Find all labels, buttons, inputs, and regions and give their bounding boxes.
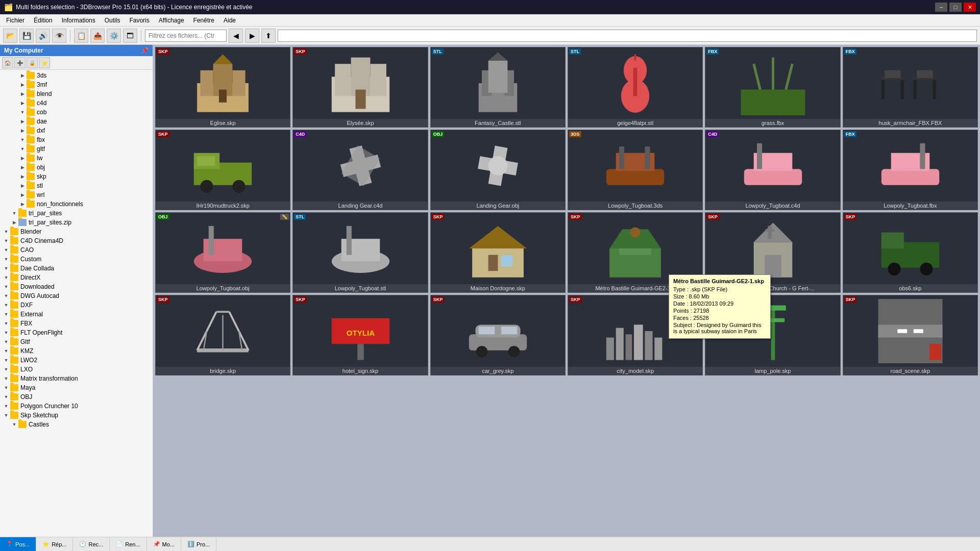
- expand-icon[interactable]: ▶: [18, 81, 27, 89]
- tree-item-matrix-transformation[interactable]: ▼ Matrix transformation: [0, 374, 153, 383]
- grid-item[interactable]: FBX husk_armchair_FBX.FBX: [843, 47, 978, 128]
- expand-icon[interactable]: ▼: [18, 145, 27, 153]
- expand-icon[interactable]: ▶: [18, 172, 27, 181]
- grid-item[interactable]: FBX Lowpoly_Tugboat.fbx: [843, 130, 978, 210]
- tree-item-custom[interactable]: ▼ Custom: [0, 255, 153, 264]
- tree-item-dae-collada[interactable]: ▼ Dae Collada: [0, 264, 153, 273]
- share-button[interactable]: 📤: [90, 29, 105, 43]
- expand-icon[interactable]: ▶: [18, 127, 27, 135]
- tree-item-castles[interactable]: ▼ Castles: [0, 420, 153, 429]
- expand-icon[interactable]: ▼: [2, 356, 10, 364]
- expand-icon[interactable]: ▼: [2, 246, 10, 254]
- expand-icon[interactable]: ▼: [2, 283, 10, 291]
- grid-item[interactable]: SKP road_scene.skp: [843, 295, 978, 375]
- grid-item[interactable]: C4D Landing Gear.c4d: [292, 130, 428, 210]
- sidebar-add-button[interactable]: ➕: [14, 57, 26, 68]
- expand-icon[interactable]: ▼: [2, 255, 10, 263]
- bottom-tab-rec[interactable]: 🕐Rec...: [73, 537, 110, 551]
- grid-item[interactable]: SKP bridge.skp: [155, 295, 290, 375]
- grid-item[interactable]: STL Fantasy_Castle.stl: [430, 47, 566, 128]
- tree-item-maya[interactable]: ▼ Maya: [0, 383, 153, 392]
- tree-item-directx[interactable]: ▼ DirectX: [0, 273, 153, 282]
- tree-item-c4d[interactable]: ▶ c4d: [0, 98, 153, 108]
- minimize-button[interactable]: −: [935, 3, 947, 12]
- grid-item[interactable]: OBJ Landing Gear.obj: [430, 130, 566, 210]
- filter-fwd-button[interactable]: ▶: [245, 29, 259, 43]
- filter-up-button[interactable]: ⬆: [261, 29, 276, 43]
- expand-icon[interactable]: ▼: [10, 209, 18, 217]
- expand-icon[interactable]: ▼: [18, 108, 27, 116]
- tree-item-c4d-cinema4d[interactable]: ▼ C4D Cinema4D: [0, 236, 153, 245]
- expand-icon[interactable]: ▼: [2, 365, 10, 373]
- filter-input[interactable]: [145, 30, 227, 42]
- tree-item-skp-sketchup[interactable]: ▼ Skp Sketchup: [0, 411, 153, 420]
- grid-item[interactable]: STL geige4flatpr.stl: [568, 47, 703, 128]
- bottom-tab-pro[interactable]: ℹ️Pro...: [181, 537, 216, 551]
- tree-item-lw[interactable]: ▶ lw: [0, 154, 153, 163]
- tree-item-obj[interactable]: ▶ obj: [0, 163, 153, 172]
- tree-item-stl[interactable]: ▶ stl: [0, 181, 153, 190]
- sidebar-star-button[interactable]: ⭐: [39, 57, 50, 68]
- tree-item-dxf[interactable]: ▶ dxf: [0, 126, 153, 135]
- tree-item-kmz[interactable]: ▼ KMZ: [0, 346, 153, 356]
- tree-item-tri_par_sites[interactable]: ▼ tri_par_sites: [0, 209, 153, 218]
- view-button[interactable]: 👁️: [52, 29, 66, 43]
- expand-icon[interactable]: ▼: [10, 420, 18, 429]
- tree-item-gltf[interactable]: ▼ Gltf: [0, 337, 153, 346]
- expand-icon[interactable]: ▼: [2, 384, 10, 392]
- menu-item-fenêtre[interactable]: Fenêtre: [189, 16, 218, 25]
- list-button[interactable]: 📋: [74, 29, 88, 43]
- tree-item-tri_par_sites.zip[interactable]: ▶ tri_par_sites.zip: [0, 218, 153, 227]
- grid-item[interactable]: STL Lowpoly_Tugboat.stl: [292, 212, 428, 293]
- grid-item[interactable]: SKP IHr190mudtruck2.skp: [155, 130, 290, 210]
- folder-open-button[interactable]: 📂: [3, 29, 17, 43]
- bottom-tab-ren[interactable]: 📄Ren...: [110, 537, 146, 551]
- expand-icon[interactable]: ▼: [2, 338, 10, 346]
- tree-item-blender[interactable]: ▼ Blender: [0, 227, 153, 236]
- expand-icon[interactable]: ▼: [2, 264, 10, 272]
- grid-item[interactable]: SKP Elysée.skp: [292, 47, 428, 128]
- expand-icon[interactable]: ▶: [18, 163, 27, 171]
- grid-item[interactable]: C4D Lowpoly_Tugboat.c4d: [705, 130, 840, 210]
- address-bar[interactable]: D:\Manu\Dev Ressources\Mesh\Skp Sketchup…: [278, 30, 977, 42]
- save-button[interactable]: 💾: [19, 29, 34, 43]
- settings-button[interactable]: ⚙️: [107, 29, 121, 43]
- expand-icon[interactable]: ▼: [2, 273, 10, 282]
- tree-item-dxf[interactable]: ▼ DXF: [0, 300, 153, 310]
- window-button[interactable]: 🗔: [123, 29, 137, 43]
- menu-item-aide[interactable]: Aide: [219, 16, 240, 25]
- bottom-tab-rép[interactable]: ⭐Rép...: [36, 537, 73, 551]
- expand-icon[interactable]: ▶: [18, 154, 27, 162]
- tree-item-dwg-autocad[interactable]: ▼ DWG Autocad: [0, 291, 153, 300]
- tree-item-3ds[interactable]: ▶ 3ds: [0, 71, 153, 80]
- maximize-button[interactable]: □: [949, 3, 962, 12]
- sidebar-home-button[interactable]: 🏠: [2, 57, 13, 68]
- tree-item-gltf[interactable]: ▼ gltf: [0, 144, 153, 154]
- expand-icon[interactable]: ▼: [2, 329, 10, 337]
- expand-icon[interactable]: ▼: [2, 310, 10, 318]
- expand-icon[interactable]: ▼: [2, 292, 10, 300]
- expand-icon[interactable]: ▶: [18, 71, 27, 80]
- tree-item-flt-openflight[interactable]: ▼ FLT OpenFlight: [0, 328, 153, 337]
- expand-icon[interactable]: ▼: [2, 411, 10, 419]
- tree-item-cao[interactable]: ▼ CAO: [0, 245, 153, 255]
- tree-item-fbx[interactable]: ▼ FBX: [0, 319, 153, 328]
- expand-icon[interactable]: ▼: [2, 347, 10, 355]
- tree-item-fbx[interactable]: ▼ fbx: [0, 135, 153, 144]
- bottom-tab-mo[interactable]: 📌Mo...: [147, 537, 181, 551]
- tree-item-non_fonctionnels[interactable]: ▶ non_fonctionnels: [0, 199, 153, 209]
- tree-item-obj[interactable]: ▼ OBJ: [0, 392, 153, 402]
- audio-button[interactable]: 🔊: [36, 29, 50, 43]
- grid-item[interactable]: SKP obs6.skp: [843, 212, 978, 293]
- sidebar-pin-icon[interactable]: 📌: [141, 47, 149, 54]
- menu-item-fichier[interactable]: Fichier: [2, 16, 29, 25]
- expand-icon[interactable]: ▶: [18, 182, 27, 190]
- expand-icon[interactable]: ▼: [2, 402, 10, 410]
- grid-item[interactable]: SKP Eglise.skp: [155, 47, 290, 128]
- expand-icon[interactable]: ▼: [2, 237, 10, 245]
- close-button[interactable]: ✕: [964, 3, 976, 12]
- menu-item-informations[interactable]: Informations: [58, 16, 100, 25]
- grid-item[interactable]: SKP OTYLIA hotel_sign.skp: [292, 295, 428, 375]
- menu-item-outils[interactable]: Outils: [101, 16, 125, 25]
- expand-icon[interactable]: ▶: [18, 200, 27, 208]
